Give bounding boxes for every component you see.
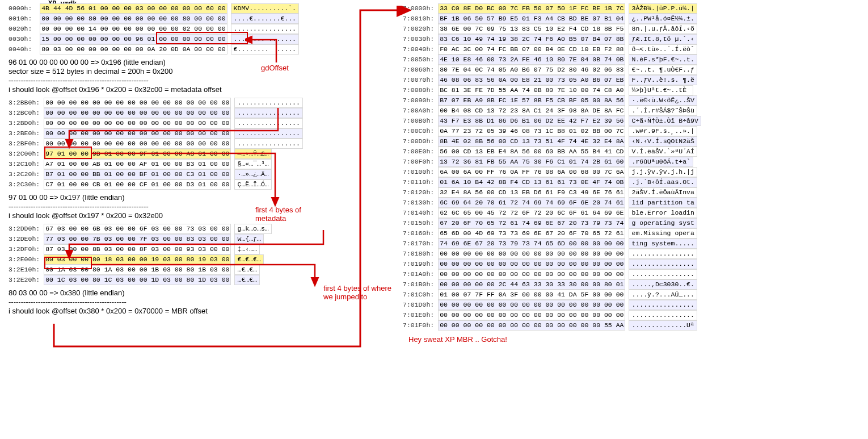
label-gotcha: Hey sweat XP MBR .. Gotcha!	[408, 335, 701, 344]
label-first4-meta: first 4 bytes of metadata	[255, 206, 301, 223]
right-column: 7:0000h: 33 C0 8E D0 BC 00 7C FB 50 07 5…	[403, 3, 701, 344]
hex-block-jump: 3:2DD0h: 67 03 00 00 6B 03 00 00 6F 03 0…	[9, 224, 303, 285]
hex-block-mbr: 7:0000h: 33 C0 8E D0 BC 00 7C FB 50 07 5…	[403, 3, 701, 331]
label-gdoffset: gdOffset	[261, 64, 289, 72]
hex-block-metadata: 3:2BB0h: 00 00 00 00 00 00 00 00 00 00 0…	[9, 98, 303, 190]
hex-block-header: 0000h: 4B 44 4D 56 01 00 00 00 03 00 00 …	[9, 3, 303, 55]
notes-1: 96 01 00 00 00 00 00 00 => 0x196 (little…	[9, 58, 303, 94]
notes-3: 80 03 00 00 => 0x380 (little endian)----…	[9, 289, 303, 316]
label-first4-jump: first 4 bytes of where we jumped to	[323, 284, 391, 301]
left-column: 0000h: 4B 44 4D 56 01 00 00 00 03 00 00 …	[9, 3, 303, 316]
